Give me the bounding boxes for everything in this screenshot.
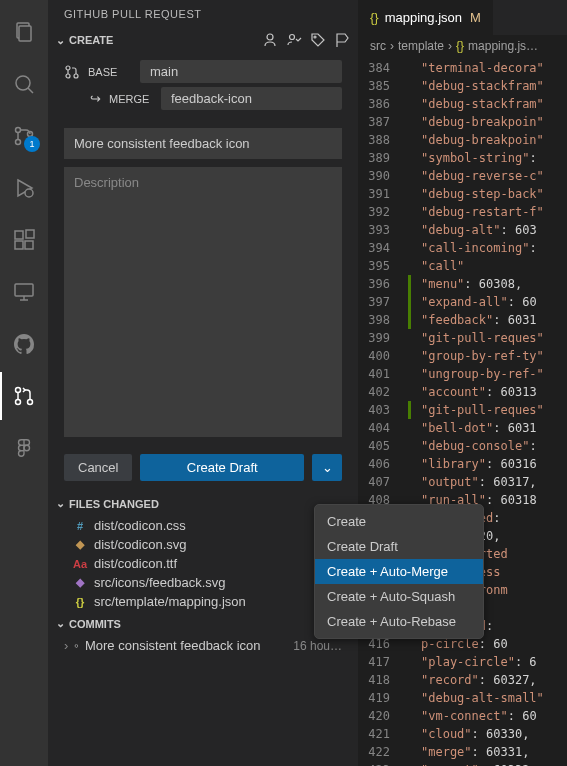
code-line: 420"vm-connect": 60 <box>358 707 567 725</box>
svg-rect-11 <box>25 241 33 249</box>
code-line: 391"debug-step-back" <box>358 185 567 203</box>
file-name: src/icons/feedback.svg <box>94 575 226 590</box>
code-line: 423"export": 60332, <box>358 761 567 766</box>
code-line: 385"debug-stackfram" <box>358 77 567 95</box>
svg-point-19 <box>24 445 30 451</box>
merge-branch-select[interactable]: feedback-icon <box>161 87 342 110</box>
code-line: 417"play-circle": 6 <box>358 653 567 671</box>
code-line: 401"ungroup-by-ref-" <box>358 365 567 383</box>
reviewers-icon[interactable] <box>286 32 302 48</box>
breadcrumb[interactable]: src› template› {} mapping.js… <box>358 35 567 57</box>
code-line: 422"merge": 60331, <box>358 743 567 761</box>
chevron-right-icon: › <box>390 39 394 53</box>
create-section-body: BASE main ↪ MERGE feedback-icon Cancel C… <box>48 52 358 493</box>
source-control-icon[interactable]: 1 <box>0 112 48 160</box>
base-label: BASE <box>88 66 132 78</box>
create-draft-button[interactable]: Create Draft <box>140 454 304 481</box>
extensions-icon[interactable] <box>0 216 48 264</box>
file-row[interactable]: {}src/template/mapping.jsonM <box>48 592 358 611</box>
file-row[interactable]: ◆dist/codicon.svg <box>48 535 358 554</box>
editor: {} mapping.json M src› template› {} mapp… <box>358 0 567 766</box>
code-line: 421"cloud": 60330, <box>358 725 567 743</box>
files-section-header[interactable]: ⌄ FILES CHANGED <box>48 493 358 514</box>
file-icon: Aa <box>72 558 88 570</box>
svg-point-25 <box>74 74 78 78</box>
code-line: 406"library": 60316 <box>358 455 567 473</box>
code-area[interactable]: 384"terminal-decora"385"debug-stackfram"… <box>358 57 567 766</box>
svg-point-2 <box>16 76 30 90</box>
figma-icon[interactable] <box>0 424 48 472</box>
svg-point-22 <box>314 36 316 38</box>
svg-point-23 <box>66 66 70 70</box>
dropdown-item[interactable]: Create + Auto-Merge <box>315 559 483 584</box>
svg-line-3 <box>28 88 33 93</box>
file-name: dist/codicon.ttf <box>94 556 177 571</box>
code-line: 384"terminal-decora" <box>358 59 567 77</box>
json-icon: {} <box>370 10 379 25</box>
code-line: 402"account": 60313 <box>358 383 567 401</box>
dropdown-item[interactable]: Create + Auto-Squash <box>315 584 483 609</box>
file-icon: ◆ <box>72 576 88 589</box>
dropdown-item[interactable]: Create Draft <box>315 534 483 559</box>
svg-point-21 <box>290 35 295 40</box>
json-icon: {} <box>456 39 464 53</box>
code-line: 390"debug-reverse-c" <box>358 167 567 185</box>
code-line: 389"symbol-string": <box>358 149 567 167</box>
panel-title: GITHUB PULL REQUEST <box>48 0 358 28</box>
file-icon: # <box>72 520 88 532</box>
commits-section-label: COMMITS <box>69 618 121 630</box>
assignees-icon[interactable] <box>262 32 278 48</box>
svg-rect-12 <box>26 230 34 238</box>
svg-rect-9 <box>15 231 23 239</box>
github-icon[interactable] <box>0 320 48 368</box>
code-line: 396"menu": 60308, <box>358 275 567 293</box>
code-line: 407"output": 60317, <box>358 473 567 491</box>
create-split-button[interactable]: ⌄ <box>312 454 342 481</box>
chevron-down-icon: ⌄ <box>56 617 65 630</box>
dropdown-item[interactable]: Create <box>315 509 483 534</box>
labels-icon[interactable] <box>310 32 326 48</box>
tab-mapping-json[interactable]: {} mapping.json M <box>358 0 494 35</box>
code-line: 403"git-pull-reques" <box>358 401 567 419</box>
svg-point-24 <box>66 74 70 78</box>
milestone-icon[interactable] <box>334 32 350 48</box>
file-row[interactable]: ◆src/icons/feedback.svg <box>48 573 358 592</box>
chevron-down-icon: ⌄ <box>56 34 65 47</box>
merge-arrow-icon: ↪ <box>90 91 101 106</box>
pr-title-input[interactable] <box>64 128 342 159</box>
code-line: 387"debug-breakpoin" <box>358 113 567 131</box>
remote-explorer-icon[interactable] <box>0 268 48 316</box>
tab-label: mapping.json <box>385 10 462 25</box>
chevron-right-icon: › <box>448 39 452 53</box>
dropdown-item[interactable]: Create + Auto-Rebase <box>315 609 483 634</box>
base-branch-select[interactable]: main <box>140 60 342 83</box>
create-section-label: CREATE <box>69 34 113 46</box>
cancel-button[interactable]: Cancel <box>64 454 132 481</box>
files-section-label: FILES CHANGED <box>69 498 159 510</box>
pull-request-icon[interactable] <box>0 372 48 420</box>
svg-point-4 <box>16 128 21 133</box>
commit-icon: ◦ <box>74 638 79 653</box>
run-debug-icon[interactable] <box>0 164 48 212</box>
code-line: 397"expand-all": 60 <box>358 293 567 311</box>
file-name: dist/codicon.svg <box>94 537 187 552</box>
scm-badge: 1 <box>24 136 40 152</box>
commit-row[interactable]: ›◦More consistent feedback icon16 hou… <box>48 634 358 657</box>
svg-rect-13 <box>15 284 33 296</box>
code-line: 400"group-by-ref-ty" <box>358 347 567 365</box>
explorer-icon[interactable] <box>0 8 48 56</box>
commits-section-header[interactable]: ⌄ COMMITS <box>48 613 358 634</box>
create-dropdown-menu: CreateCreate DraftCreate + Auto-MergeCre… <box>314 504 484 639</box>
merge-label: MERGE <box>109 93 153 105</box>
file-list: #dist/codicon.css◆dist/codicon.svgAadist… <box>48 514 358 613</box>
file-icon: ◆ <box>72 538 88 551</box>
file-row[interactable]: #dist/codicon.css <box>48 516 358 535</box>
code-line: 392"debug-restart-f" <box>358 203 567 221</box>
search-icon[interactable] <box>0 60 48 108</box>
chevron-down-icon: ⌄ <box>322 460 333 475</box>
create-section-header[interactable]: ⌄ CREATE <box>48 28 358 52</box>
svg-rect-10 <box>15 241 23 249</box>
code-line: 395"call" <box>358 257 567 275</box>
pr-description-input[interactable] <box>64 167 342 437</box>
file-row[interactable]: Aadist/codicon.ttf <box>48 554 358 573</box>
